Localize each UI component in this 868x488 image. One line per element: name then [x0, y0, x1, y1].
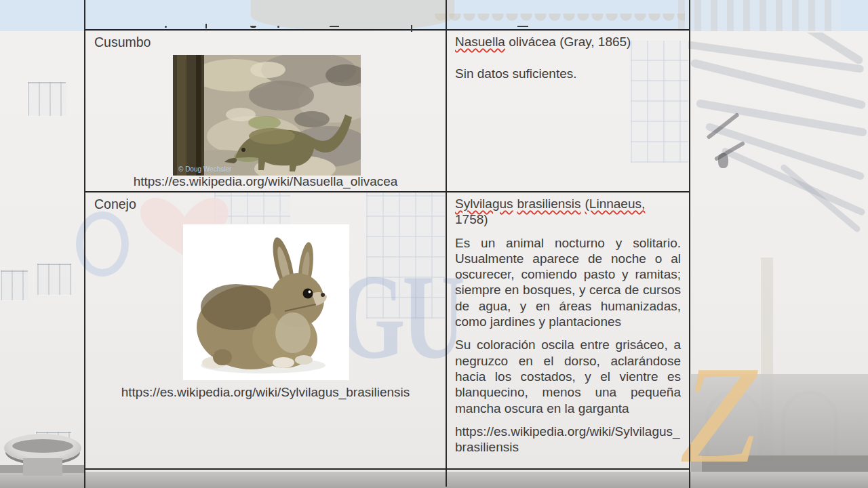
- cusumbo-right-cell: Nasuella olivácea (Gray, 1865) Sin datos…: [447, 30, 689, 191]
- background-window: [37, 263, 72, 296]
- description-paragraph-1: Es un animal nocturno y solitario. Usual…: [455, 235, 681, 330]
- table-row-cusumbo: Cusumbo: [85, 30, 689, 192]
- watermark-letter-z: Z: [679, 354, 757, 476]
- table-row-partial-top: [85, 0, 689, 30]
- table-row-partial-bottom: [85, 470, 689, 487]
- scientific-name-year: 1758): [455, 211, 681, 227]
- partial-row-left-cell: [85, 0, 447, 29]
- presentation-slide: GU Z Cusumbo: [0, 0, 868, 488]
- scientific-name-genus: Nasuella: [455, 35, 505, 49]
- table-row-conejo: Conejo: [85, 192, 689, 470]
- species-note: Sin datos suficientes.: [455, 66, 681, 81]
- description-paragraph-2: Su coloración oscila entre grisáceo, a n…: [455, 337, 681, 415]
- background-palm-fronds: [688, 33, 868, 256]
- scientific-name: Nasuella olivácea (Gray, 1865): [455, 34, 681, 49]
- conejo-right-cell: Sylvilagusbrasiliensis(Linnaeus, 1758) E…: [447, 192, 689, 468]
- scientific-name-rest: olivácea (Gray, 1865): [505, 35, 631, 49]
- common-name-label: Conejo: [85, 192, 446, 212]
- background-fountain-base: [23, 458, 62, 476]
- partial-bottom-right-cell: [447, 470, 689, 487]
- rabbit-photo: [183, 224, 349, 380]
- conejo-wikipedia-url[interactable]: https://es.wikipedia.org/wiki/Sylvilagus…: [85, 385, 446, 400]
- scientific-name-genus: Sylvilagus: [455, 196, 513, 211]
- background-window: [0, 270, 28, 301]
- reference-url[interactable]: https://es.wikipedia.org/wiki/Sylvilagus…: [455, 424, 681, 455]
- cusumbo-wikipedia-url[interactable]: https://es.wikipedia.org/wiki/Nasuella_o…: [85, 174, 446, 189]
- background-fountain-inner: [12, 439, 73, 453]
- common-name-label: Cusumbo: [85, 30, 446, 50]
- scientific-name-species: brasiliensis: [517, 196, 581, 211]
- background-window: [27, 81, 66, 117]
- partial-bottom-left-cell: [85, 470, 447, 487]
- conejo-left-cell: Conejo: [85, 192, 447, 468]
- svg-text:© Doug Wechsler: © Doug Wechsler: [178, 165, 232, 173]
- scientific-name: Sylvilagusbrasiliensis(Linnaeus,: [455, 196, 681, 211]
- cusumbo-photo: © Doug Wechsler © Doug Wechsler: [173, 55, 361, 176]
- partial-row-right-cell: [447, 0, 689, 29]
- scientific-name-authority: (Linnaeus,: [585, 196, 646, 211]
- species-table: Cusumbo: [84, 0, 690, 488]
- background-pillars: [678, 0, 841, 31]
- cusumbo-left-cell: Cusumbo: [85, 30, 447, 191]
